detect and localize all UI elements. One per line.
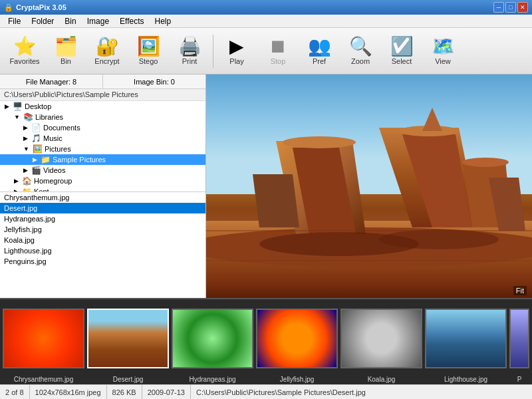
tree-item-kent[interactable]: ▶📁Kent <box>0 186 205 192</box>
tree-icon-libraries: 📚 <box>23 112 33 122</box>
status-info: 1024x768x16m jpeg <box>30 385 107 399</box>
app-icon: 🔒 <box>4 3 13 12</box>
zoom-icon: 🔍 <box>349 37 372 56</box>
title-bar-controls: ─ □ ✕ <box>493 2 528 13</box>
thumbnail-jellyfish[interactable] <box>256 309 338 368</box>
tree-arrow-documents: ▶ <box>23 124 28 131</box>
play-icon: ▶ <box>229 37 244 56</box>
toolbar-bin-button[interactable]: 🗂️Bin <box>47 31 85 72</box>
thumbnail-chrysanthemum[interactable] <box>3 309 84 368</box>
thumbnail-desert[interactable] <box>87 309 169 368</box>
file-manager-tab[interactable]: File Manager: 8 <box>0 74 103 88</box>
stego-label: Stego <box>139 57 158 65</box>
tree-icon-documents: 📄 <box>31 123 41 132</box>
tree-label-libraries: Libraries <box>35 113 63 121</box>
pref-label: Pref <box>313 57 326 65</box>
stop-label: Stop <box>271 57 286 65</box>
tree-arrow-desktop: ▶ <box>5 103 9 110</box>
tree-item-homegroup[interactable]: ▶🏠Homegroup <box>0 176 205 186</box>
thumbnail-label-chrysanthemum: Chrysanthemum.jpg <box>3 376 84 383</box>
thumbnail-image-desert <box>88 310 168 367</box>
menu-item-file[interactable]: File <box>3 15 26 27</box>
menu-item-effects[interactable]: Effects <box>114 15 149 27</box>
file-item-Penguins-jpg[interactable]: Penguins.jpg <box>0 256 205 267</box>
toolbar-zoom-button[interactable]: 🔍Zoom <box>341 31 380 72</box>
zoom-label: Zoom <box>351 57 370 65</box>
tree-arrow-music: ▶ <box>23 135 28 142</box>
status-date: 2009-07-13 <box>142 385 191 399</box>
tree-item-sample-pictures[interactable]: ▶📁Sample Pictures <box>0 154 205 165</box>
tree-label-music: Music <box>43 134 63 142</box>
toolbar-print-button[interactable]: 🖨️Print <box>170 31 209 72</box>
panel-header: File Manager: 8 Image Bin: 0 <box>0 74 205 89</box>
svg-point-9 <box>283 136 356 148</box>
menu-item-help[interactable]: Help <box>150 15 177 27</box>
file-item-Lighthouse-jpg[interactable]: Lighthouse.jpg <box>0 245 205 256</box>
file-item-Desert-jpg[interactable]: Desert.jpg <box>0 203 205 213</box>
toolbar-pref-button[interactable]: 👥Pref <box>300 31 338 72</box>
select-icon: ☑️ <box>390 37 414 56</box>
tree-item-documents[interactable]: ▶📄Documents <box>0 122 205 133</box>
tree-icon-music: 🎵 <box>31 134 41 143</box>
menu-item-folder[interactable]: Folder <box>26 15 59 27</box>
select-label: Select <box>392 57 412 65</box>
toolbar-play-button[interactable]: ▶Play <box>217 31 256 72</box>
svg-point-11 <box>462 158 509 167</box>
tree-arrow-sample-pictures: ▶ <box>33 156 37 163</box>
toolbar-encrypt-button[interactable]: 🔐Encrypt <box>88 31 126 72</box>
file-item-Hydrangeas-jpg[interactable]: Hydrangeas.jpg <box>0 213 205 224</box>
file-list[interactable]: Chrysanthemum.jpgDesert.jpgHydrangeas.jp… <box>0 192 205 298</box>
file-tree[interactable]: ▶🖥️Desktop▼📚Libraries▶📄Documents▶🎵Music▼… <box>0 101 205 192</box>
status-path: C:\Users\Public\Pictures\Sample Pictures… <box>191 385 532 399</box>
thumbnail-label-desert: Desert.jpg <box>87 376 169 383</box>
tree-item-desktop[interactable]: ▶🖥️Desktop <box>0 101 205 112</box>
thumbnail-image-koala <box>342 310 421 367</box>
play-label: Play <box>229 57 243 65</box>
pref-icon: 👥 <box>308 37 331 56</box>
tree-item-pictures[interactable]: ▼🖼️Pictures <box>0 144 205 154</box>
image-bin-tab[interactable]: Image Bin: 0 <box>103 74 205 88</box>
close-button[interactable]: ✕ <box>517 2 528 13</box>
tree-icon-sample-pictures: 📁 <box>41 155 51 164</box>
encrypt-label: Encrypt <box>94 57 119 65</box>
file-item-Koala-jpg[interactable]: Koala.jpg <box>0 235 205 245</box>
tree-arrow-pictures: ▼ <box>23 146 29 152</box>
thumbnail-koala[interactable] <box>340 309 422 368</box>
main-area: File Manager: 8 Image Bin: 0 C:\Users\Pu… <box>0 74 532 298</box>
file-item-Chrysanthemum-jpg[interactable]: Chrysanthemum.jpg <box>0 192 205 203</box>
status-bar: 2 of 8 1024x768x16m jpeg 826 KB 2009-07-… <box>0 384 532 399</box>
tree-icon-videos: 🎬 <box>31 166 41 175</box>
thumbnail-image-lighthouse <box>426 310 505 367</box>
toolbar-favorites-button[interactable]: ⭐Favorites <box>5 31 44 72</box>
bin-label: Bin <box>61 57 71 65</box>
thumbnail-scroll[interactable] <box>0 299 532 374</box>
maximize-button[interactable]: □ <box>505 2 516 13</box>
toolbar-view-button[interactable]: 🗺️View <box>424 31 462 72</box>
thumbnail-label-hydrangeas: Hydrangeas.jpg <box>172 376 253 383</box>
thumbnail-lighthouse[interactable] <box>425 309 507 368</box>
thumbnail-hydrangeas[interactable] <box>172 309 253 368</box>
tree-icon-pictures: 🖼️ <box>33 144 43 154</box>
tree-item-videos[interactable]: ▶🎬Videos <box>0 165 205 176</box>
tree-label-desktop: Desktop <box>25 102 51 110</box>
menu-item-image[interactable]: Image <box>82 15 114 27</box>
tree-item-music[interactable]: ▶🎵Music <box>0 133 205 144</box>
thumbnail-image-jellyfish <box>257 310 336 367</box>
thumbnail-area: Chrysanthemum.jpgDesert.jpgHydrangeas.jp… <box>0 298 532 384</box>
tree-label-videos: Videos <box>43 166 65 174</box>
svg-point-15 <box>379 229 499 249</box>
view-icon: 🗺️ <box>432 37 455 56</box>
toolbar-stego-button[interactable]: 🖼️Stego <box>129 31 168 72</box>
tree-arrow-homegroup: ▶ <box>14 178 19 184</box>
thumbnail-penguins[interactable] <box>509 309 529 368</box>
toolbar-stop-button: ⏹Stop <box>259 31 297 72</box>
menu-item-bin[interactable]: Bin <box>59 15 81 27</box>
file-item-Jellyfish-jpg[interactable]: Jellyfish.jpg <box>0 224 205 235</box>
toolbar-select-button[interactable]: ☑️Select <box>382 31 421 72</box>
minimize-button[interactable]: ─ <box>493 2 504 13</box>
window-title: CryptaPix 3.05 <box>16 3 66 11</box>
tree-icon-kent: 📁 <box>22 187 32 192</box>
bin-icon: 🗂️ <box>55 37 78 56</box>
tree-item-libraries[interactable]: ▼📚Libraries <box>0 112 205 122</box>
toolbar: ⭐Favorites🗂️Bin🔐Encrypt🖼️Stego🖨️Print▶Pl… <box>0 28 532 74</box>
